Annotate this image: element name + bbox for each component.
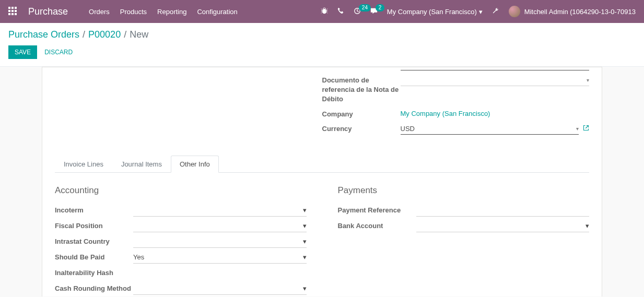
incoterm-input[interactable]: ▾ [133, 204, 307, 217]
company-name: My Company (San Francisco) [387, 8, 477, 16]
tab-other-info[interactable]: Other Info [171, 156, 219, 173]
app-brand[interactable]: Purchase [28, 6, 68, 17]
field-doc-ref-note-row [322, 67, 590, 70]
accounting-section: Accounting Incoterm ▾ Fiscal Position ▾ … [55, 185, 307, 296]
activities-badge: 24 [359, 4, 371, 11]
company-value[interactable]: My Company (San Francisco) [401, 109, 590, 118]
breadcrumb-sep: / [83, 29, 85, 40]
currency-value: USD [401, 125, 415, 133]
payment-reference-label: Payment Reference [338, 204, 416, 215]
field-above-input[interactable] [401, 67, 590, 70]
should-be-paid-label: Should Be Paid [55, 251, 133, 262]
wrench-icon[interactable] [492, 7, 499, 16]
intrastat-country-row: Intrastat Country ▾ [55, 235, 307, 250]
breadcrumb-parent[interactable]: P00020 [88, 29, 121, 40]
currency-input[interactable]: USD ▾ [401, 123, 579, 135]
top-nav: Purchase Orders Products Reporting Confi… [0, 0, 644, 23]
fiscal-position-label: Fiscal Position [55, 220, 133, 231]
apps-icon[interactable] [8, 7, 18, 16]
user-name: Mitchell Admin (1064290-13-0-70913 [524, 8, 636, 16]
cash-rounding-label: Cash Rounding Method [55, 282, 133, 293]
chevron-down-icon: ▾ [303, 206, 307, 214]
payment-reference-row: Payment Reference [338, 204, 590, 219]
chevron-down-icon: ▾ [303, 237, 307, 245]
discard-button[interactable]: Discard [44, 49, 73, 56]
nav-reporting[interactable]: Reporting [157, 8, 186, 16]
doc-ref-input[interactable]: ▾ [401, 75, 590, 86]
cash-rounding-input[interactable]: ▾ [133, 282, 307, 295]
inalterability-hash-value [133, 267, 307, 279]
tab-journal-items[interactable]: Journal Items [112, 156, 171, 173]
field-currency-row: Currency USD ▾ [322, 123, 590, 135]
currency-label: Currency [322, 123, 401, 134]
tabs: Invoice Lines Journal Items Other Info [55, 156, 589, 173]
chevron-down-icon: ▾ [576, 126, 579, 132]
chevron-down-icon: ▾ [303, 284, 307, 292]
nav-configuration[interactable]: Configuration [197, 8, 237, 16]
cash-rounding-row: Cash Rounding Method ▾ [55, 282, 307, 296]
field-doc-ref-row: Documento de referencia de la Nota de Dé… [322, 75, 590, 104]
tab-invoice-lines[interactable]: Invoice Lines [55, 156, 112, 173]
save-button[interactable]: Save [8, 45, 37, 59]
activities-icon[interactable]: 24 [354, 7, 361, 16]
fiscal-position-row: Fiscal Position ▾ [55, 220, 307, 234]
bug-icon[interactable] [321, 7, 328, 16]
payment-reference-input[interactable] [416, 204, 590, 217]
bank-account-input[interactable]: ▾ [416, 220, 590, 232]
upper-fields: Documento de referencia de la Nota de Dé… [55, 67, 589, 139]
intrastat-country-input[interactable]: ▾ [133, 235, 307, 248]
control-panel: Purchase Orders / P00020 / New Save Disc… [0, 23, 644, 67]
svg-point-0 [322, 9, 326, 14]
messages-icon[interactable]: 2 [370, 7, 378, 16]
nav-links: Orders Products Reporting Configuration [89, 8, 238, 16]
bank-account-row: Bank Account ▾ [338, 220, 590, 234]
nav-right: 24 2 My Company (San Francisco) ▾ Mitche… [321, 6, 636, 17]
field-company-row: Company My Company (San Francisco) [322, 109, 590, 119]
incoterm-label: Incoterm [55, 204, 133, 215]
intrastat-country-label: Intrastat Country [55, 235, 133, 246]
chevron-down-icon: ▾ [303, 253, 307, 261]
form-sheet: Documento de referencia de la Nota de Dé… [42, 67, 602, 296]
tab-content-other-info: Accounting Incoterm ▾ Fiscal Position ▾ … [55, 173, 589, 296]
company-label: Company [322, 109, 401, 119]
should-be-paid-row: Should Be Paid Yes ▾ [55, 251, 307, 266]
chevron-down-icon: ▾ [587, 77, 589, 83]
accounting-title: Accounting [55, 185, 307, 196]
content-area: Documento de referencia de la Nota de Dé… [0, 67, 644, 296]
inalterability-hash-label: Inalterability Hash [55, 267, 133, 278]
chevron-down-icon: ▾ [303, 222, 307, 230]
messages-badge: 2 [376, 4, 385, 11]
payments-title: Payments [338, 185, 590, 196]
incoterm-row: Incoterm ▾ [55, 204, 307, 219]
breadcrumb: Purchase Orders / P00020 / New [8, 29, 636, 40]
should-be-paid-input[interactable]: Yes ▾ [133, 251, 307, 264]
nav-orders[interactable]: Orders [89, 8, 110, 16]
fiscal-position-input[interactable]: ▾ [133, 220, 307, 232]
nav-products[interactable]: Products [120, 8, 147, 16]
chevron-down-icon: ▾ [479, 8, 483, 16]
avatar [509, 6, 520, 17]
external-link-icon[interactable] [583, 125, 589, 133]
breadcrumb-sep: / [124, 29, 126, 40]
bank-account-label: Bank Account [338, 220, 416, 231]
inalterability-hash-row: Inalterability Hash [55, 267, 307, 281]
doc-ref-label: Documento de referencia de la Nota de Dé… [322, 75, 401, 104]
payments-section: Payments Payment Reference Bank Account … [338, 185, 590, 296]
breadcrumb-root[interactable]: Purchase Orders [8, 29, 79, 40]
chevron-down-icon: ▾ [586, 222, 589, 230]
phone-icon[interactable] [337, 7, 344, 16]
company-selector[interactable]: My Company (San Francisco) ▾ [387, 8, 483, 16]
action-buttons: Save Discard [8, 45, 636, 59]
should-be-paid-value: Yes [133, 253, 144, 261]
breadcrumb-current: New [130, 29, 148, 40]
user-menu[interactable]: Mitchell Admin (1064290-13-0-70913 [509, 6, 636, 17]
